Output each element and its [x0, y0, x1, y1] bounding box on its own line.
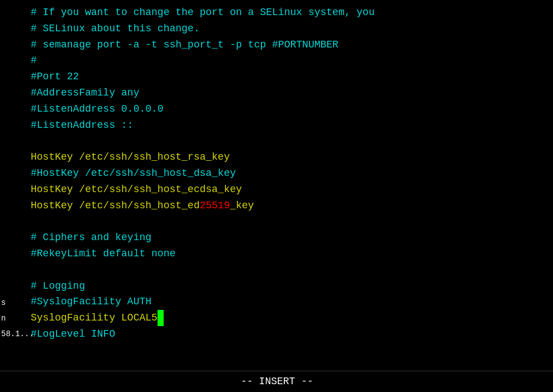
code-text: # Logging — [31, 278, 85, 294]
code-line: # Logging — [0, 278, 553, 294]
code-text: #ListenAddress 0.0.0.0 — [31, 101, 164, 117]
code-text: #Port 22 — [31, 69, 79, 85]
code-line: #HostKey /etc/ssh/ssh_host_dsa_key — [0, 165, 553, 181]
code-text: 25519 — [199, 198, 230, 214]
code-content: # If you want to change the port on a SE… — [0, 4, 553, 342]
code-text: SyslogFacility LOCAL5 — [31, 310, 158, 326]
code-line: #LogLevel INFO — [0, 326, 553, 342]
code-line: # semanage port -a -t ssh_port_t -p tcp … — [0, 37, 553, 53]
code-line: # SELinux about this change. — [0, 21, 553, 37]
sidebar-label-pos: 58.1... — [0, 326, 27, 342]
code-line — [0, 262, 553, 278]
sidebar-label-n: n — [0, 310, 27, 326]
code-text: # — [31, 52, 37, 69]
code-text: #SyslogFacility AUTH — [31, 294, 151, 310]
code-line: HostKey /etc/ssh/ssh_host_rsa_key — [0, 149, 553, 165]
code-line: SyslogFacility LOCAL5 — [0, 310, 553, 326]
code-line: #RekeyLimit default none — [0, 246, 553, 262]
code-text: HostKey /etc/ssh/ssh_host_ed — [31, 198, 199, 214]
code-line: #Port 22 — [0, 69, 553, 85]
insert-mode-label: -- INSERT -- — [1, 372, 553, 391]
sidebar-label-s: s — [0, 295, 27, 310]
code-line: #AddressFamily any — [0, 85, 553, 101]
code-line: #ListenAddress 0.0.0.0 — [0, 101, 553, 117]
code-text: # If you want to change the port on a SE… — [31, 4, 375, 21]
code-text: _key — [230, 198, 254, 214]
code-text: HostKey /etc/ssh/ssh_host_ecdsa_key — [31, 181, 242, 198]
code-line — [0, 133, 553, 149]
code-line: # If you want to change the port on a SE… — [0, 4, 553, 21]
code-text: #AddressFamily any — [31, 85, 139, 101]
code-line: # Ciphers and keying — [0, 230, 553, 246]
editor: s n 58.1... # If you want to change the … — [0, 0, 553, 392]
code-line: #ListenAddress :: — [0, 117, 553, 133]
code-text: #RekeyLimit default none — [31, 246, 175, 262]
code-text: HostKey /etc/ssh/ssh_host_rsa_key — [31, 149, 230, 165]
code-line: #SyslogFacility AUTH — [0, 294, 553, 310]
code-text — [158, 310, 164, 326]
code-text: #LogLevel INFO — [31, 326, 115, 342]
bottom-bar: -- INSERT -- — [0, 371, 553, 392]
code-line: HostKey /etc/ssh/ssh_host_ed25519_key — [0, 198, 553, 214]
code-text: # Ciphers and keying — [31, 230, 151, 246]
code-line: HostKey /etc/ssh/ssh_host_ecdsa_key — [0, 181, 553, 198]
code-line — [0, 213, 553, 230]
code-text: # semanage port -a -t ssh_port_t -p tcp … — [31, 37, 339, 53]
code-line: # — [0, 52, 553, 69]
left-sidebar: s n 58.1... — [0, 0, 27, 375]
code-text: #ListenAddress :: — [31, 117, 134, 133]
code-text: # SELinux about this change. — [31, 21, 199, 37]
code-text: #HostKey /etc/ssh/ssh_host_dsa_key — [31, 165, 236, 181]
